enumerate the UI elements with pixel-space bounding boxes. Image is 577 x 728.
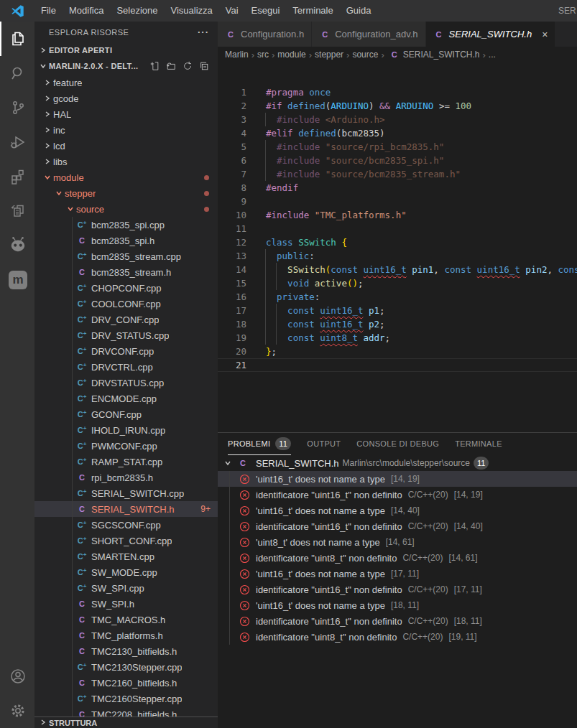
- tree-file-drvstatus-cpp[interactable]: C+DRVSTATUS.cpp: [34, 375, 218, 391]
- tree-file-tmc2208-bitfields-h[interactable]: CTMC2208_bitfields.h: [34, 706, 218, 717]
- tree-file-tmc2130-bitfields-h[interactable]: CTMC2130_bitfields.h: [34, 643, 218, 659]
- tree-file-drv-conf-cpp[interactable]: C+DRV_CONF.cpp: [34, 312, 218, 327]
- account-icon[interactable]: [0, 659, 34, 694]
- tree-folder-gcode[interactable]: gcode: [34, 90, 218, 106]
- tree-file-sgcsconf-cpp[interactable]: C+SGCSCONF.cpp: [34, 517, 218, 533]
- breadcrumb-item-source[interactable]: source: [352, 50, 378, 60]
- tree-file-drv-status-cpp[interactable]: C+DRV_STATUS.cpp: [34, 327, 218, 343]
- tree-file-rpi-bcm2835-h[interactable]: Crpi_bcm2835.h: [34, 470, 218, 485]
- problem-row-7[interactable]: 'uint16_t' does not name a type[17, 11]: [218, 566, 577, 582]
- menu-item-selezione[interactable]: Selezione: [110, 0, 164, 22]
- menu-item-terminale[interactable]: Terminale: [286, 0, 339, 22]
- tree-file-bcm2835-spi-h[interactable]: Cbcm2835_spi.h: [34, 233, 218, 248]
- tree-file-ramp-stat-cpp[interactable]: C+RAMP_STAT.cpp: [34, 454, 218, 470]
- tree-file-short-conf-cpp[interactable]: C+SHORT_CONF.cpp: [34, 533, 218, 549]
- tree-file-coolconf-cpp[interactable]: C+COOLCONF.cpp: [34, 296, 218, 312]
- tree-folder-module[interactable]: module: [34, 169, 218, 185]
- tree-file-drvctrl-cpp[interactable]: C+DRVCTRL.cpp: [34, 359, 218, 375]
- problem-row-2[interactable]: identificatore "uint16_t" non definitoC/…: [218, 487, 577, 503]
- settings-icon[interactable]: [0, 694, 34, 728]
- menu-item-vai[interactable]: Vai: [219, 0, 245, 22]
- tree-file-bcm2835-spi-cpp[interactable]: C+bcm2835_spi.cpp: [34, 217, 218, 233]
- platformio-icon[interactable]: [0, 228, 34, 263]
- panel-tab-terminale[interactable]: TERMINALE: [455, 433, 502, 455]
- tree-file-tmc-platforms-h[interactable]: CTMC_platforms.h: [34, 627, 218, 643]
- tree-file-encmode-cpp[interactable]: C+ENCMODE.cpp: [34, 391, 218, 406]
- breadcrumb-item-symbol[interactable]: ...: [489, 50, 496, 60]
- document-sync-icon[interactable]: [0, 194, 34, 228]
- tree-file-smarten-cpp[interactable]: C+SMARTEN.cpp: [34, 549, 218, 564]
- tree-file-tmc-macros-h[interactable]: CTMC_MACROS.h: [34, 612, 218, 627]
- auto-build-marlin-icon[interactable]: m: [0, 263, 34, 297]
- breadcrumb-item-marlin[interactable]: Marlin: [225, 50, 249, 60]
- tree-folder-hal[interactable]: HAL: [34, 106, 218, 122]
- more-actions-icon[interactable]: ···: [198, 27, 209, 37]
- breadcrumb-item-file[interactable]: SERIAL_SWITCH.h: [403, 50, 480, 60]
- tree-file-bcm2835-stream-h[interactable]: Cbcm2835_stream.h: [34, 264, 218, 280]
- menu-item-esegui[interactable]: Esegui: [245, 0, 287, 22]
- menu-item-guida[interactable]: Guida: [340, 0, 378, 22]
- workspace-section[interactable]: MARLIN-2.0.X - DELT...: [34, 58, 218, 74]
- tab-configuration-adv-h[interactable]: CConfiguration_adv.h: [312, 22, 425, 47]
- problem-row-6[interactable]: identificatore "uint8_t" non definitoC/C…: [218, 550, 577, 566]
- close-icon[interactable]: ×: [542, 29, 548, 40]
- problems-file-group[interactable]: C SERIAL_SWITCH.h Marlin\src\module\step…: [218, 455, 577, 471]
- open-editors-section[interactable]: EDITOR APERTI: [34, 42, 218, 58]
- problem-row-4[interactable]: identificatore "uint16_t" non definitoC/…: [218, 518, 577, 534]
- line-number: 13: [218, 251, 246, 261]
- source-control-icon[interactable]: [0, 90, 34, 125]
- tree-file-bcm2835-stream-cpp[interactable]: C+bcm2835_stream.cpp: [34, 248, 218, 264]
- refresh-icon[interactable]: [183, 61, 193, 71]
- problem-row-11[interactable]: identificatore "uint8_t" non definitoC/C…: [218, 629, 577, 645]
- breadcrumb-item-stepper[interactable]: stepper: [315, 50, 343, 60]
- run-debug-icon[interactable]: [0, 125, 34, 159]
- problem-row-5[interactable]: 'uint8_t' does not name a type[14, 61]: [218, 534, 577, 550]
- tree-folder-inc[interactable]: inc: [34, 122, 218, 138]
- tree-folder-libs[interactable]: libs: [34, 154, 218, 169]
- code-editor[interactable]: 1#pragma once2#if defined(ARDUINO) && AR…: [218, 62, 577, 432]
- panel-tab-console-di-debug[interactable]: CONSOLE DI DEBUG: [356, 433, 439, 455]
- indent-guide: [72, 564, 73, 580]
- search-icon[interactable]: [0, 56, 34, 90]
- tree-folder-stepper[interactable]: stepper: [34, 185, 218, 201]
- sidebar-header: ESPLORA RISORSE ···: [34, 22, 218, 42]
- new-file-icon[interactable]: [149, 61, 160, 71]
- breadcrumb-item-src[interactable]: src: [257, 50, 269, 60]
- problem-row-10[interactable]: identificatore "uint16_t" non definitoC/…: [218, 613, 577, 629]
- problem-row-8[interactable]: identificatore "uint16_t" non definitoC/…: [218, 582, 577, 597]
- tree-file-tmc2160-bitfields-h[interactable]: CTMC2160_bitfields.h: [34, 675, 218, 691]
- new-folder-icon[interactable]: [166, 61, 176, 71]
- menu-item-file[interactable]: File: [34, 0, 63, 22]
- problem-row-3[interactable]: 'uint16_t' does not name a type[14, 40]: [218, 503, 577, 518]
- tree-file-tmc2130stepper-cpp[interactable]: C+TMC2130Stepper.cpp: [34, 659, 218, 675]
- menu-item-visualizza[interactable]: Visualizza: [164, 0, 218, 22]
- tree-folder-feature[interactable]: feature: [34, 75, 218, 90]
- outline-section[interactable]: STRUTTURA: [34, 717, 218, 728]
- extensions-icon[interactable]: [0, 159, 34, 194]
- panel-tab-problemi[interactable]: PROBLEMI11: [228, 433, 291, 455]
- tree-file-drvconf-cpp[interactable]: C+DRVCONF.cpp: [34, 343, 218, 359]
- problem-row-9[interactable]: 'uint16_t' does not name a type[18, 11]: [218, 597, 577, 613]
- tree-file-pwmconf-cpp[interactable]: C+PWMCONF.cpp: [34, 438, 218, 454]
- tree-folder-source[interactable]: source: [34, 201, 218, 217]
- breadcrumb-item-module[interactable]: module: [277, 50, 305, 60]
- tree-file-serial-switch-cpp[interactable]: C+SERIAL_SWITCH.cpp: [34, 485, 218, 501]
- explorer-icon[interactable]: [0, 22, 34, 56]
- menu-item-modifica[interactable]: Modifica: [63, 0, 110, 22]
- tree-file-serial-switch-h[interactable]: CSERIAL_SWITCH.h9+: [34, 501, 218, 517]
- tree-folder-lcd[interactable]: lcd: [34, 138, 218, 154]
- tree-file-sw-spi-cpp[interactable]: C+SW_SPI.cpp: [34, 580, 218, 596]
- tree-file-tmc2160stepper-cpp[interactable]: C+TMC2160Stepper.cpp: [34, 691, 218, 706]
- tab-serial-switch-h[interactable]: CSERIAL_SWITCH.h×: [426, 22, 556, 47]
- problems-count-badge: 11: [474, 457, 489, 470]
- panel-tab-output[interactable]: OUTPUT: [307, 433, 341, 455]
- tree-file-ihold-irun-cpp[interactable]: C+IHOLD_IRUN.cpp: [34, 422, 218, 438]
- cpp-file-icon: C+: [76, 377, 88, 388]
- problem-row-1[interactable]: 'uint16_t' does not name a type[14, 19]: [218, 471, 577, 487]
- collapse-all-icon[interactable]: [199, 61, 209, 71]
- tab-configuration-h[interactable]: CConfiguration.h: [218, 22, 312, 47]
- tree-file-chopconf-cpp[interactable]: C+CHOPCONF.cpp: [34, 280, 218, 296]
- tree-file-sw-mode-cpp[interactable]: C+SW_MODE.cpp: [34, 564, 218, 580]
- tree-file-gconf-cpp[interactable]: C+GCONF.cpp: [34, 406, 218, 422]
- tree-file-sw-spi-h[interactable]: CSW_SPI.h: [34, 596, 218, 612]
